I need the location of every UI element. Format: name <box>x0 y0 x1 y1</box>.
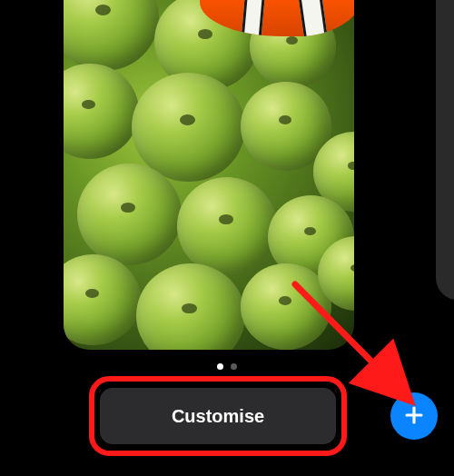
plus-icon <box>403 404 425 429</box>
customise-button-label: Customise <box>172 406 264 427</box>
adjacent-wallpaper-card[interactable] <box>436 0 454 300</box>
page-indicator[interactable] <box>217 363 237 370</box>
page-dot-inactive <box>231 363 237 370</box>
wallpaper-image <box>64 0 354 350</box>
page-dot-active <box>217 363 223 370</box>
wallpaper-preview-card[interactable] <box>64 0 354 350</box>
add-button[interactable] <box>390 392 438 440</box>
customise-button[interactable]: Customise <box>100 388 336 444</box>
clownfish-image <box>200 0 354 36</box>
